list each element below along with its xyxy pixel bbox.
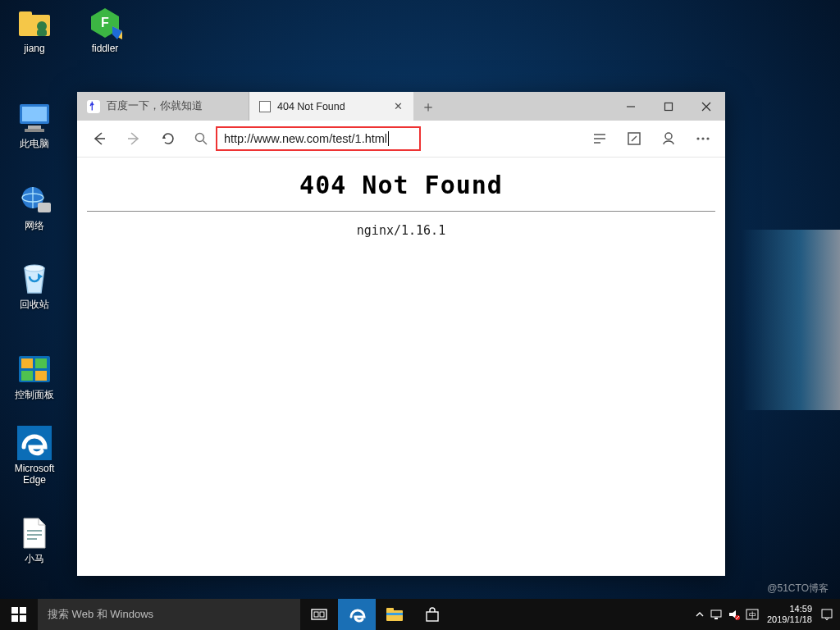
svg-line-34 xyxy=(203,141,208,145)
svg-rect-18 xyxy=(21,358,33,368)
svg-rect-45 xyxy=(11,615,18,622)
page-content: 404 Not Found nginx/1.16.1 xyxy=(77,158,725,576)
address-url-text: http://www.new.com/test/1.html xyxy=(224,132,387,145)
browser-toolbar: http://www.new.com/test/1.html xyxy=(77,121,725,158)
close-window-button[interactable] xyxy=(687,92,725,121)
text-file-icon xyxy=(16,517,52,550)
store-icon xyxy=(424,606,441,623)
svg-marker-56 xyxy=(729,610,736,619)
divider xyxy=(87,211,715,212)
svg-point-40 xyxy=(696,137,699,139)
svg-rect-61 xyxy=(822,609,832,618)
folder-user-icon xyxy=(16,7,52,39)
task-view-button[interactable] xyxy=(300,599,338,630)
notes-button[interactable] xyxy=(617,121,651,157)
taskbar: 搜索 Web 和 Windows 中 14:59 2019/11/18 xyxy=(0,599,840,630)
svg-rect-53 xyxy=(427,612,438,621)
forward-button[interactable] xyxy=(116,121,151,157)
svg-rect-14 xyxy=(38,203,51,212)
svg-text:中: 中 xyxy=(748,611,756,619)
desktop-icon-edge[interactable]: Microsoft Edge xyxy=(5,427,64,486)
text-cursor xyxy=(388,131,389,146)
desktop-icon-recycle-bin[interactable]: 回收站 xyxy=(5,262,64,310)
desktop-icon-control-panel[interactable]: 控制面板 xyxy=(5,353,64,400)
folder-icon xyxy=(386,607,404,622)
tray-volume-icon[interactable] xyxy=(728,609,741,620)
baidu-favicon-icon: 忄 xyxy=(87,100,100,113)
server-line: nginx/1.16.1 xyxy=(87,223,715,238)
address-bar[interactable]: http://www.new.com/test/1.html xyxy=(216,126,421,151)
desktop-icon-label: 回收站 xyxy=(5,299,64,310)
hub-button[interactable] xyxy=(651,121,686,157)
desktop-icon-fiddler[interactable]: F fiddler xyxy=(75,7,135,54)
system-tray: 中 14:59 2019/11/18 xyxy=(688,599,840,630)
desktop-icon-network[interactable]: 网络 xyxy=(5,184,64,231)
svg-rect-11 xyxy=(25,129,44,132)
svg-rect-9 xyxy=(22,107,47,121)
desktop-icon-text-file[interactable]: 小马 xyxy=(5,517,64,564)
svg-point-42 xyxy=(706,137,709,139)
desktop-icon-user-folder[interactable]: jiang xyxy=(5,7,64,54)
desktop-icon-this-pc[interactable]: 此电脑 xyxy=(5,102,64,149)
search-icon[interactable] xyxy=(186,131,216,146)
svg-rect-24 xyxy=(27,534,42,536)
edge-icon xyxy=(348,605,366,623)
start-button[interactable] xyxy=(0,599,38,630)
taskbar-edge[interactable] xyxy=(338,599,376,630)
tab-title: 百度一下，你就知道 xyxy=(107,99,239,113)
task-view-icon xyxy=(311,608,327,621)
svg-rect-55 xyxy=(714,618,718,619)
svg-rect-20 xyxy=(21,371,33,381)
taskbar-store[interactable] xyxy=(413,599,451,630)
clock-date: 2019/11/18 xyxy=(767,614,812,625)
clock-time: 14:59 xyxy=(767,604,812,614)
svg-rect-43 xyxy=(11,607,18,614)
svg-rect-49 xyxy=(320,612,324,617)
svg-rect-27 xyxy=(665,103,673,110)
svg-text:F: F xyxy=(101,16,109,30)
svg-rect-3 xyxy=(37,30,47,36)
edge-icon xyxy=(16,427,52,459)
maximize-button[interactable] xyxy=(650,92,687,121)
svg-point-15 xyxy=(25,265,44,272)
desktop-icon-label: 控制面板 xyxy=(5,389,64,400)
svg-rect-23 xyxy=(27,530,42,532)
address-bar-container: http://www.new.com/test/1.html xyxy=(185,126,582,152)
taskbar-clock[interactable]: 14:59 2019/11/18 xyxy=(764,604,815,625)
svg-rect-1 xyxy=(19,11,32,18)
wallpaper-light xyxy=(742,230,840,410)
refresh-button[interactable] xyxy=(151,121,185,157)
more-button[interactable] xyxy=(686,121,720,157)
fiddler-icon: F xyxy=(87,7,123,39)
page-favicon-icon xyxy=(259,101,271,112)
tray-notifications-icon[interactable] xyxy=(820,608,833,621)
svg-rect-25 xyxy=(27,538,37,540)
recycle-bin-icon xyxy=(16,262,52,295)
svg-point-33 xyxy=(196,134,204,142)
network-icon xyxy=(16,184,52,217)
minimize-button[interactable] xyxy=(612,92,650,121)
desktop-icon-label: 网络 xyxy=(5,220,64,231)
tray-network-icon[interactable] xyxy=(710,609,723,620)
window-controls xyxy=(612,92,725,121)
tab-404[interactable]: 404 Not Found ✕ xyxy=(249,92,413,121)
tab-close-button[interactable]: ✕ xyxy=(392,100,404,112)
tray-ime-icon[interactable]: 中 xyxy=(746,609,759,620)
taskbar-search-placeholder: 搜索 Web 和 Windows xyxy=(48,607,153,622)
control-panel-icon xyxy=(16,353,52,386)
page-heading: 404 Not Found xyxy=(87,171,715,199)
back-button[interactable] xyxy=(82,121,116,157)
desktop-icon-label: jiang xyxy=(5,43,64,54)
taskbar-search[interactable]: 搜索 Web 和 Windows xyxy=(38,599,300,630)
desktop-icon-label: 此电脑 xyxy=(5,138,64,149)
reading-view-button[interactable] xyxy=(582,121,617,157)
svg-point-41 xyxy=(701,137,704,139)
desktop-icon-label: Microsoft Edge xyxy=(5,463,64,486)
svg-rect-21 xyxy=(35,371,47,381)
taskbar-file-explorer[interactable] xyxy=(376,599,413,630)
svg-rect-54 xyxy=(711,610,721,617)
tab-baidu[interactable]: 忄 百度一下，你就知道 xyxy=(77,92,249,121)
new-tab-button[interactable]: ＋ xyxy=(413,92,443,121)
tray-chevron-up-icon[interactable] xyxy=(695,609,705,619)
edge-browser-window: 忄 百度一下，你就知道 404 Not Found ✕ ＋ http://www… xyxy=(77,92,725,576)
